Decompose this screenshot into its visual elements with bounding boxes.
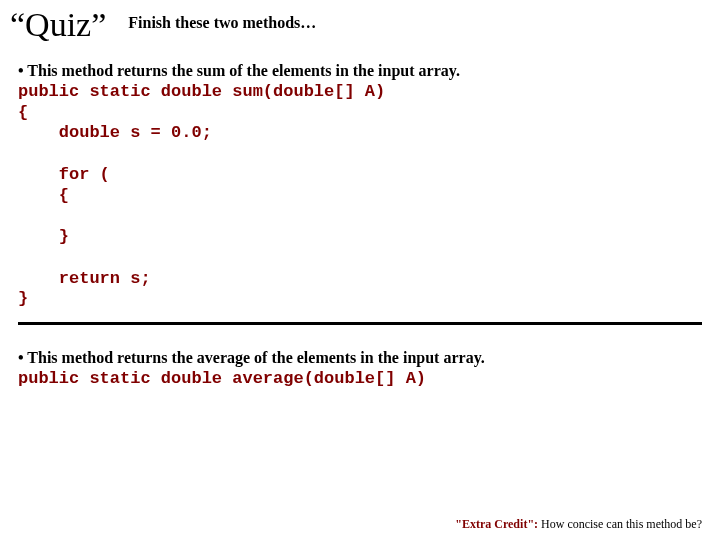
subtitle: Finish these two methods… <box>128 14 316 36</box>
footer: "Extra Credit": How concise can this met… <box>455 517 702 532</box>
page-title: “Quiz” <box>10 6 106 44</box>
slide: “Quiz” Finish these two methods… • This … <box>0 0 720 540</box>
extra-credit-label: "Extra Credit": <box>455 517 538 531</box>
code-sum: public static double sum(double[] A) { d… <box>18 82 702 310</box>
bullet-sum: • This method returns the sum of the ele… <box>18 62 702 80</box>
divider <box>18 322 702 325</box>
section-sum: • This method returns the sum of the ele… <box>0 46 720 310</box>
code-average: public static double average(double[] A) <box>18 369 702 390</box>
section-average: • This method returns the average of the… <box>0 333 720 390</box>
bullet-average: • This method returns the average of the… <box>18 349 702 367</box>
header-row: “Quiz” Finish these two methods… <box>0 6 720 46</box>
extra-credit-text: How concise can this method be? <box>538 517 702 531</box>
